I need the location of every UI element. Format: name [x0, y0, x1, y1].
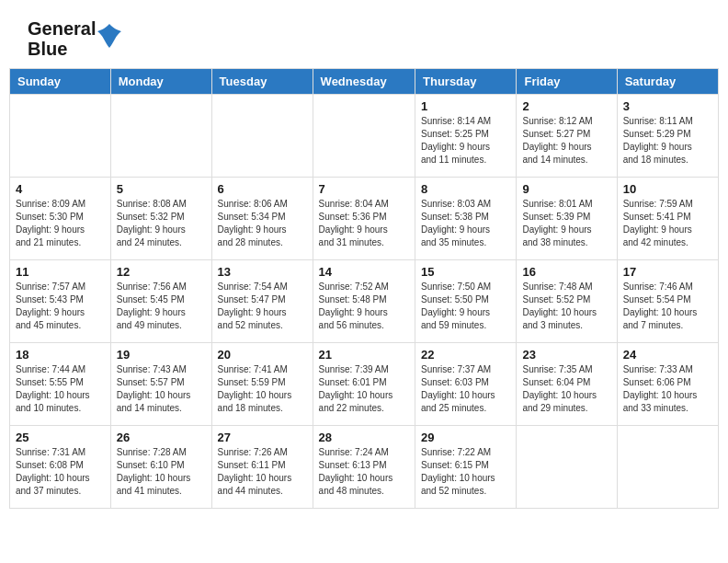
col-tuesday: Tuesday	[211, 69, 313, 95]
calendar-cell: 25Sunrise: 7:31 AM Sunset: 6:08 PM Dayli…	[10, 426, 111, 509]
day-number: 13	[218, 265, 307, 279]
logo-text: GeneralBlue	[28, 18, 123, 59]
day-number: 26	[117, 431, 206, 444]
day-info: Sunrise: 7:28 AM Sunset: 6:10 PM Dayligh…	[117, 446, 206, 498]
day-number: 10	[623, 182, 712, 196]
day-info: Sunrise: 7:48 AM Sunset: 5:52 PM Dayligh…	[522, 281, 610, 332]
calendar-cell: 28Sunrise: 7:24 AM Sunset: 6:13 PM Dayli…	[313, 426, 415, 509]
day-number: 27	[218, 431, 307, 444]
day-info: Sunrise: 8:06 AM Sunset: 5:34 PM Dayligh…	[218, 198, 307, 249]
day-info: Sunrise: 8:12 AM Sunset: 5:27 PM Dayligh…	[522, 115, 610, 167]
calendar-cell: 16Sunrise: 7:48 AM Sunset: 5:52 PM Dayli…	[517, 260, 617, 343]
week-row-3: 11Sunrise: 7:57 AM Sunset: 5:43 PM Dayli…	[10, 260, 719, 343]
day-number: 6	[218, 182, 307, 196]
calendar-table: Sunday Monday Tuesday Wednesday Thursday…	[9, 68, 719, 509]
day-number: 29	[421, 431, 510, 444]
calendar-cell	[617, 426, 718, 509]
day-info: Sunrise: 8:08 AM Sunset: 5:32 PM Dayligh…	[117, 198, 206, 249]
day-number: 8	[421, 182, 510, 196]
calendar-cell: 18Sunrise: 7:44 AM Sunset: 5:55 PM Dayli…	[10, 343, 111, 426]
calendar-body: 1Sunrise: 8:14 AM Sunset: 5:25 PM Daylig…	[10, 95, 719, 509]
day-info: Sunrise: 7:39 AM Sunset: 6:01 PM Dayligh…	[319, 363, 409, 415]
calendar-cell: 20Sunrise: 7:41 AM Sunset: 5:59 PM Dayli…	[211, 343, 313, 426]
calendar-cell: 4Sunrise: 8:09 AM Sunset: 5:30 PM Daylig…	[10, 178, 111, 260]
day-number: 25	[16, 431, 105, 444]
week-row-2: 4Sunrise: 8:09 AM Sunset: 5:30 PM Daylig…	[10, 178, 719, 260]
day-info: Sunrise: 7:44 AM Sunset: 5:55 PM Dayligh…	[16, 363, 105, 415]
day-number: 9	[522, 182, 610, 196]
col-friday: Friday	[517, 69, 617, 95]
day-number: 18	[16, 348, 105, 362]
calendar-cell: 5Sunrise: 8:08 AM Sunset: 5:32 PM Daylig…	[110, 178, 211, 260]
day-number: 14	[319, 265, 409, 279]
calendar-cell: 9Sunrise: 8:01 AM Sunset: 5:39 PM Daylig…	[517, 178, 617, 260]
calendar-cell: 26Sunrise: 7:28 AM Sunset: 6:10 PM Dayli…	[110, 426, 211, 509]
col-wednesday: Wednesday	[313, 69, 415, 95]
day-number: 4	[16, 182, 105, 196]
calendar-cell: 3Sunrise: 8:11 AM Sunset: 5:29 PM Daylig…	[617, 95, 718, 178]
day-number: 11	[16, 265, 105, 279]
day-number: 3	[623, 99, 712, 113]
day-info: Sunrise: 7:22 AM Sunset: 6:15 PM Dayligh…	[421, 446, 510, 498]
day-info: Sunrise: 7:54 AM Sunset: 5:47 PM Dayligh…	[218, 281, 307, 332]
day-info: Sunrise: 7:43 AM Sunset: 5:57 PM Dayligh…	[117, 363, 206, 415]
calendar-cell: 10Sunrise: 7:59 AM Sunset: 5:41 PM Dayli…	[617, 178, 718, 260]
day-number: 15	[421, 265, 510, 279]
day-number: 2	[522, 99, 610, 113]
calendar-cell: 15Sunrise: 7:50 AM Sunset: 5:50 PM Dayli…	[415, 260, 517, 343]
week-row-1: 1Sunrise: 8:14 AM Sunset: 5:25 PM Daylig…	[10, 95, 719, 178]
calendar-cell	[517, 426, 617, 509]
header-row: Sunday Monday Tuesday Wednesday Thursday…	[10, 69, 719, 95]
calendar-cell	[313, 95, 415, 178]
calendar-cell: 21Sunrise: 7:39 AM Sunset: 6:01 PM Dayli…	[313, 343, 415, 426]
col-saturday: Saturday	[617, 69, 718, 95]
day-info: Sunrise: 7:24 AM Sunset: 6:13 PM Dayligh…	[319, 446, 409, 498]
col-thursday: Thursday	[415, 69, 517, 95]
logo: GeneralBlue	[28, 18, 123, 59]
calendar-cell	[10, 95, 111, 178]
calendar-cell	[211, 95, 313, 178]
day-info: Sunrise: 7:41 AM Sunset: 5:59 PM Dayligh…	[218, 363, 307, 415]
day-info: Sunrise: 8:04 AM Sunset: 5:36 PM Dayligh…	[319, 198, 409, 249]
day-info: Sunrise: 8:01 AM Sunset: 5:39 PM Dayligh…	[522, 198, 610, 249]
day-number: 21	[319, 348, 409, 362]
calendar-cell: 2Sunrise: 8:12 AM Sunset: 5:27 PM Daylig…	[517, 95, 617, 178]
calendar-cell: 27Sunrise: 7:26 AM Sunset: 6:11 PM Dayli…	[211, 426, 313, 509]
calendar-cell: 19Sunrise: 7:43 AM Sunset: 5:57 PM Dayli…	[110, 343, 211, 426]
day-number: 23	[522, 348, 610, 362]
day-info: Sunrise: 7:52 AM Sunset: 5:48 PM Dayligh…	[319, 281, 409, 332]
calendar-cell: 12Sunrise: 7:56 AM Sunset: 5:45 PM Dayli…	[110, 260, 211, 343]
calendar-cell: 23Sunrise: 7:35 AM Sunset: 6:04 PM Dayli…	[517, 343, 617, 426]
calendar-header: Sunday Monday Tuesday Wednesday Thursday…	[10, 69, 719, 95]
day-number: 20	[218, 348, 307, 362]
calendar-cell: 8Sunrise: 8:03 AM Sunset: 5:38 PM Daylig…	[415, 178, 517, 260]
day-number: 16	[522, 265, 610, 279]
day-number: 7	[319, 182, 409, 196]
day-number: 22	[421, 348, 510, 362]
day-info: Sunrise: 7:57 AM Sunset: 5:43 PM Dayligh…	[16, 281, 105, 332]
day-number: 5	[117, 182, 206, 196]
col-monday: Monday	[110, 69, 211, 95]
day-info: Sunrise: 7:33 AM Sunset: 6:06 PM Dayligh…	[623, 363, 712, 415]
day-info: Sunrise: 7:26 AM Sunset: 6:11 PM Dayligh…	[218, 446, 307, 498]
day-info: Sunrise: 7:50 AM Sunset: 5:50 PM Dayligh…	[421, 281, 510, 332]
day-number: 28	[319, 431, 409, 444]
calendar-container: Sunday Monday Tuesday Wednesday Thursday…	[0, 68, 728, 518]
week-row-5: 25Sunrise: 7:31 AM Sunset: 6:08 PM Dayli…	[10, 426, 719, 509]
day-number: 17	[623, 265, 712, 279]
day-number: 24	[623, 348, 712, 362]
calendar-cell: 7Sunrise: 8:04 AM Sunset: 5:36 PM Daylig…	[313, 178, 415, 260]
day-info: Sunrise: 8:03 AM Sunset: 5:38 PM Dayligh…	[421, 198, 510, 249]
day-info: Sunrise: 8:11 AM Sunset: 5:29 PM Dayligh…	[623, 115, 712, 167]
page-header: GeneralBlue	[0, 0, 728, 68]
day-info: Sunrise: 8:09 AM Sunset: 5:30 PM Dayligh…	[16, 198, 105, 249]
day-number: 19	[117, 348, 206, 362]
calendar-cell: 22Sunrise: 7:37 AM Sunset: 6:03 PM Dayli…	[415, 343, 517, 426]
day-info: Sunrise: 7:46 AM Sunset: 5:54 PM Dayligh…	[623, 281, 712, 332]
calendar-cell: 17Sunrise: 7:46 AM Sunset: 5:54 PM Dayli…	[617, 260, 718, 343]
week-row-4: 18Sunrise: 7:44 AM Sunset: 5:55 PM Dayli…	[10, 343, 719, 426]
col-sunday: Sunday	[10, 69, 111, 95]
calendar-cell: 11Sunrise: 7:57 AM Sunset: 5:43 PM Dayli…	[10, 260, 111, 343]
calendar-cell: 29Sunrise: 7:22 AM Sunset: 6:15 PM Dayli…	[415, 426, 517, 509]
day-number: 12	[117, 265, 206, 279]
